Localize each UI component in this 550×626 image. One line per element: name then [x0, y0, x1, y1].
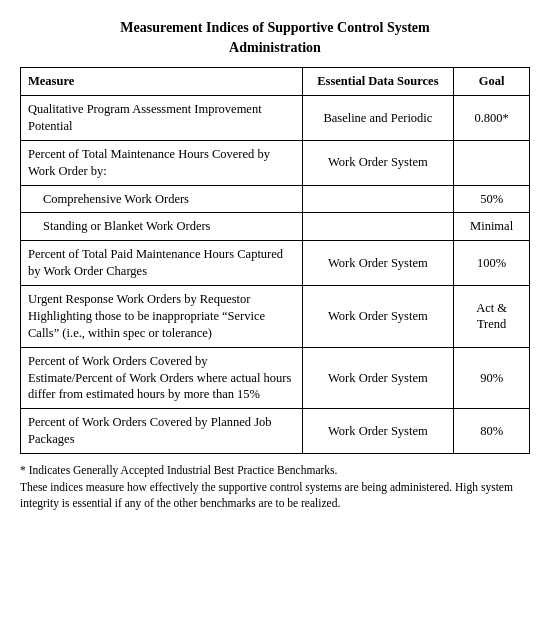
cell-datasource-3 [302, 213, 454, 241]
cell-datasource-5: Work Order System [302, 286, 454, 348]
table-row: Percent of Total Maintenance Hours Cover… [21, 140, 530, 185]
footnotes-block: * Indicates Generally Accepted Industria… [20, 462, 530, 512]
footnote-2: These indices measure how effectively th… [20, 479, 530, 512]
title-block: Measurement Indices of Supportive Contro… [20, 18, 530, 57]
cell-measure-6: Percent of Work Orders Covered by Estima… [21, 347, 303, 409]
cell-goal-5: Act & Trend [454, 286, 530, 348]
measurement-table: Measure Essential Data Sources Goal Qual… [20, 67, 530, 454]
cell-goal-1 [454, 140, 530, 185]
table-row: Qualitative Program Assessment Improveme… [21, 96, 530, 141]
title-line2: Administration [20, 38, 530, 58]
table-row: Percent of Work Orders Covered by Estima… [21, 347, 530, 409]
title-line1: Measurement Indices of Supportive Contro… [20, 18, 530, 38]
table-row: Urgent Response Work Orders by Requestor… [21, 286, 530, 348]
table-row: Standing or Blanket Work OrdersMinimal [21, 213, 530, 241]
cell-datasource-2 [302, 185, 454, 213]
table-row: Percent of Total Paid Maintenance Hours … [21, 241, 530, 286]
cell-goal-0: 0.800* [454, 96, 530, 141]
cell-measure-0: Qualitative Program Assessment Improveme… [21, 96, 303, 141]
cell-measure-7: Percent of Work Orders Covered by Planne… [21, 409, 303, 454]
cell-datasource-7: Work Order System [302, 409, 454, 454]
header-measure: Measure [21, 68, 303, 96]
header-data-sources: Essential Data Sources [302, 68, 454, 96]
cell-measure-3: Standing or Blanket Work Orders [21, 213, 303, 241]
table-header-row: Measure Essential Data Sources Goal [21, 68, 530, 96]
cell-measure-5: Urgent Response Work Orders by Requestor… [21, 286, 303, 348]
cell-datasource-6: Work Order System [302, 347, 454, 409]
table-row: Percent of Work Orders Covered by Planne… [21, 409, 530, 454]
cell-goal-4: 100% [454, 241, 530, 286]
cell-datasource-1: Work Order System [302, 140, 454, 185]
cell-measure-4: Percent of Total Paid Maintenance Hours … [21, 241, 303, 286]
cell-measure-2: Comprehensive Work Orders [21, 185, 303, 213]
cell-goal-3: Minimal [454, 213, 530, 241]
table-row: Comprehensive Work Orders50% [21, 185, 530, 213]
cell-datasource-0: Baseline and Periodic [302, 96, 454, 141]
footnote-1: * Indicates Generally Accepted Industria… [20, 462, 530, 479]
cell-measure-1: Percent of Total Maintenance Hours Cover… [21, 140, 303, 185]
cell-goal-2: 50% [454, 185, 530, 213]
cell-goal-6: 90% [454, 347, 530, 409]
cell-datasource-4: Work Order System [302, 241, 454, 286]
header-goal: Goal [454, 68, 530, 96]
cell-goal-7: 80% [454, 409, 530, 454]
